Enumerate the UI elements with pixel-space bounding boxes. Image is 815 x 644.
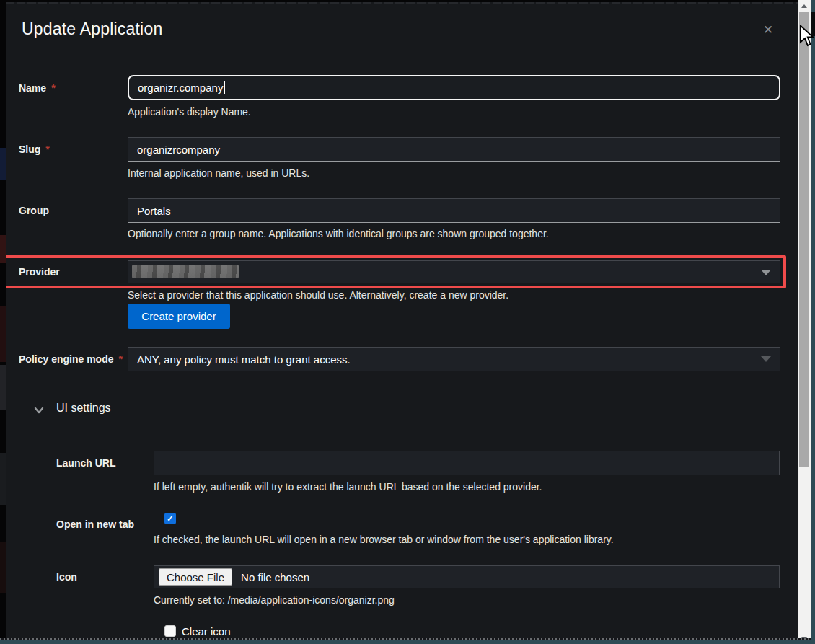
background-blob xyxy=(0,542,6,593)
open-in-new-tab-checkbox[interactable]: ✓ xyxy=(164,513,176,524)
group-value: Portals xyxy=(137,205,171,217)
icon-label: Icon xyxy=(56,571,77,583)
screen: Update Application ✕ Name* organizr.comp… xyxy=(0,0,815,644)
chevron-down-icon xyxy=(761,356,771,362)
checkmark-icon: ✓ xyxy=(167,513,174,524)
policy-engine-mode-value: ANY, any policy must match to grant acce… xyxy=(137,353,351,366)
policy-engine-mode-select[interactable]: ANY, any policy must match to grant acce… xyxy=(128,347,780,371)
required-marker: * xyxy=(118,353,122,365)
close-icon[interactable]: ✕ xyxy=(763,22,773,38)
name-input[interactable]: organizr.company xyxy=(128,75,780,100)
background-blob xyxy=(0,235,6,263)
scrollbar-thumb[interactable] xyxy=(799,12,809,467)
background-blob xyxy=(0,365,6,410)
background-blob xyxy=(0,148,6,180)
annotation-highlight-box xyxy=(6,255,786,288)
group-input[interactable]: Portals xyxy=(128,198,780,223)
name-help: Application's display Name. xyxy=(128,106,251,118)
section-chevron-down-icon[interactable] xyxy=(33,405,45,416)
triangle-up-icon xyxy=(801,4,807,8)
launch-url-help: If left empty, authentik will try to ext… xyxy=(154,481,542,493)
group-help: Optionally enter a group name. Applicati… xyxy=(128,228,549,239)
file-status-text: No file chosen xyxy=(241,571,309,583)
required-marker: * xyxy=(51,82,55,94)
launch-url-label: Launch URL xyxy=(56,457,115,469)
section-ui-settings[interactable]: UI settings xyxy=(56,402,111,415)
desktop-edge xyxy=(0,640,815,644)
page-title: Update Application xyxy=(22,19,162,39)
open-in-new-tab-label: Open in new tab xyxy=(56,519,134,530)
policy-engine-mode-label: Policy engine mode* xyxy=(19,353,123,365)
background-blob xyxy=(0,453,6,505)
modal-top-border xyxy=(6,2,798,4)
name-label: Name* xyxy=(19,82,56,94)
mouse-cursor-icon xyxy=(799,25,815,50)
background-blob xyxy=(0,306,6,362)
slug-help: Internal application name, used in URLs. xyxy=(128,167,309,179)
clear-icon-label: Clear icon xyxy=(182,625,231,638)
provider-help: Select a provider that this application … xyxy=(128,289,508,301)
slug-input[interactable]: organizrcompany xyxy=(128,137,780,162)
text-cursor xyxy=(224,81,225,94)
icon-help: Currently set to: /media/application-ico… xyxy=(154,594,395,606)
scroll-up-button[interactable] xyxy=(798,0,811,12)
slug-value: organizrcompany xyxy=(137,144,220,156)
choose-file-button[interactable]: Choose File xyxy=(159,568,232,586)
desktop-edge xyxy=(811,0,815,644)
icon-file-input[interactable]: Choose File No file chosen xyxy=(154,565,780,588)
update-application-modal: Update Application ✕ Name* organizr.comp… xyxy=(6,2,798,638)
launch-url-input[interactable] xyxy=(154,451,780,475)
open-in-new-tab-help: If checked, the launch URL will open in … xyxy=(154,534,614,545)
name-value: organizr.company xyxy=(138,81,223,94)
background-page-strip xyxy=(0,0,6,644)
required-marker: * xyxy=(45,144,49,155)
vertical-scrollbar[interactable] xyxy=(798,0,811,644)
slug-label: Slug* xyxy=(19,144,50,155)
clear-icon-checkbox[interactable] xyxy=(164,625,176,637)
create-provider-button[interactable]: Create provider xyxy=(128,304,230,329)
group-label: Group xyxy=(19,205,49,216)
